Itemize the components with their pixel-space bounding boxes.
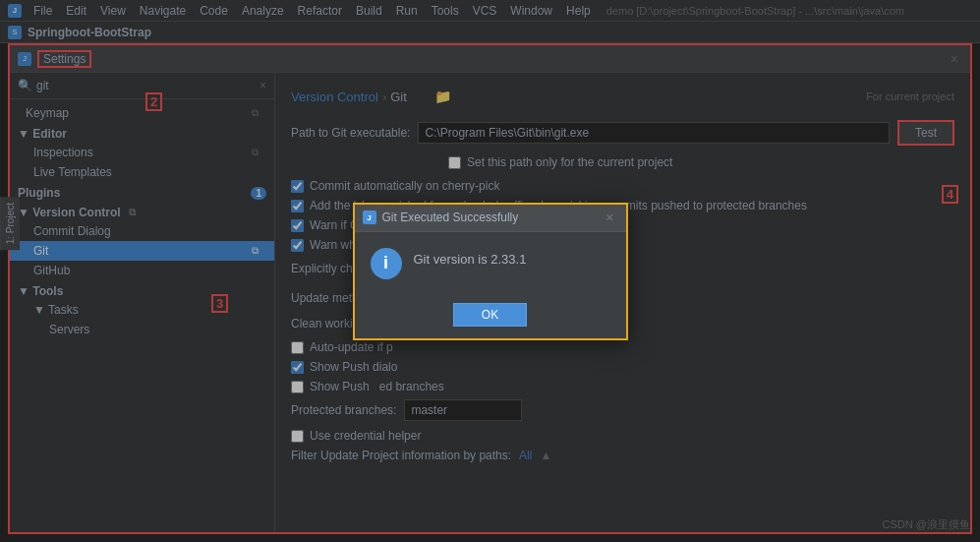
modal-icon: J [363, 211, 376, 224]
modal-dialog: J Git Executed Successfully × i Git vers… [353, 203, 628, 340]
modal-info-icon: i [371, 248, 402, 279]
modal-titlebar: J Git Executed Successfully × [355, 205, 626, 232]
modal-title: Git Executed Successfully [382, 211, 603, 224]
modal-close-button[interactable]: × [602, 210, 617, 225]
modal-footer: OK [355, 295, 626, 338]
modal-message: Git version is 2.33.1 [414, 248, 527, 267]
modal-overlay: J Git Executed Successfully × i Git vers… [0, 0, 980, 542]
modal-body: i Git version is 2.33.1 [355, 232, 626, 295]
ok-button[interactable]: OK [453, 303, 527, 327]
